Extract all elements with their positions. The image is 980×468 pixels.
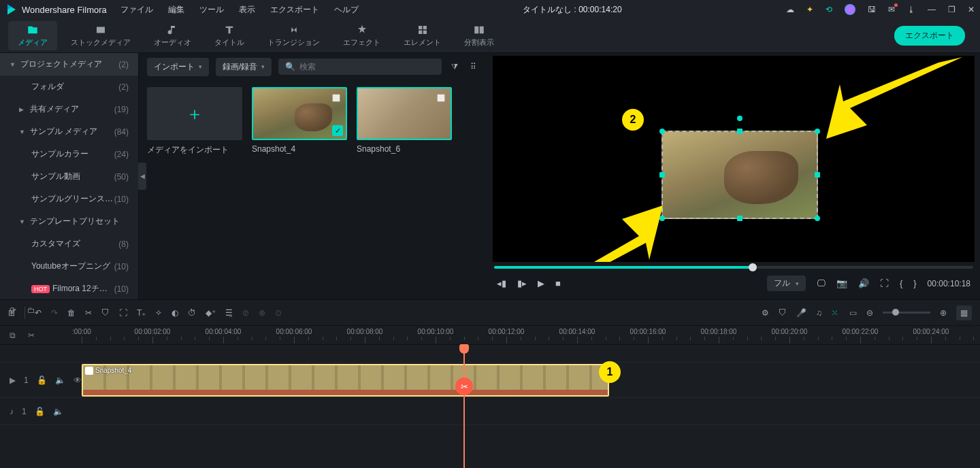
import-media-tile[interactable]: ＋ <box>147 87 242 140</box>
undo-icon[interactable]: ↶ <box>35 308 42 318</box>
grid-view-icon[interactable]: ⠿ <box>468 59 479 74</box>
resize-handle[interactable] <box>815 216 820 221</box>
timeline-ruler[interactable]: ⧉ ✂ :00:0000:00:02:0000:00:04:0000:00:06… <box>0 326 980 345</box>
ripple-icon[interactable]: ⧉ <box>10 331 16 340</box>
mic-icon[interactable]: 🎤 <box>796 308 806 318</box>
expand-icon[interactable]: ⛶ <box>880 278 889 288</box>
sidebar-item-template-preset[interactable]: ▼テンプレートプリセット <box>0 210 138 233</box>
avatar-icon[interactable] <box>845 4 855 15</box>
menu-view[interactable]: 表示 <box>239 4 255 16</box>
tab-elements[interactable]: エレメント <box>394 21 451 50</box>
resize-handle[interactable] <box>659 172 665 178</box>
preview-selected-clip[interactable] <box>662 131 818 219</box>
media-item-snapshot4[interactable]: ✓ <box>252 87 347 140</box>
music-icon[interactable]: ♫ <box>816 308 822 318</box>
range-icon[interactable]: ▭ <box>849 308 857 318</box>
marker-icon[interactable]: ⛌ <box>832 308 840 318</box>
mute-icon[interactable]: 🔈 <box>55 375 65 385</box>
menu-help[interactable]: ヘルプ <box>334 4 359 16</box>
resize-handle[interactable] <box>815 172 820 178</box>
cut-icon[interactable]: ✂ <box>85 308 92 318</box>
lock-icon[interactable]: 🔓 <box>35 407 45 416</box>
maximize-icon[interactable]: ❐ <box>948 5 956 14</box>
sidebar-item-youtube-opening[interactable]: Youtubeオープニング(10) <box>0 255 138 278</box>
resize-handle[interactable] <box>815 129 820 134</box>
cloud-icon[interactable]: ☁ <box>786 5 794 14</box>
media-item-snapshot6[interactable] <box>357 87 452 140</box>
filter-icon[interactable]: ⧩ <box>448 59 461 74</box>
adjust-icon[interactable]: ☰̤ <box>225 308 233 318</box>
tl-add-icon[interactable]: ⊞ <box>8 308 15 318</box>
play-icon[interactable]: ▶ <box>538 278 544 288</box>
zoom-in-icon[interactable]: ⊕ <box>940 308 947 318</box>
redo-icon[interactable]: ↷ <box>51 308 58 318</box>
preview-quality-select[interactable]: フル▾ <box>767 275 806 291</box>
video-track[interactable]: ▶1 🔓 🔈 👁 Snapshot_4 <box>0 363 980 398</box>
tab-media[interactable]: メディア <box>8 21 57 50</box>
keyframe-icon[interactable]: ◆⁺ <box>206 308 216 318</box>
menu-tools[interactable]: ツール <box>199 4 224 16</box>
sidebar-item-customize[interactable]: カスタマイズ(8) <box>0 233 138 255</box>
split-button[interactable]: ✂ <box>455 378 473 395</box>
headset-icon[interactable]: ⟲ <box>826 5 832 14</box>
mute-icon[interactable]: 🔈 <box>53 407 63 416</box>
tl-settings-icon[interactable]: ⚙ <box>762 308 769 318</box>
tab-split-view[interactable]: 分割表示 <box>455 21 504 50</box>
playhead[interactable]: ✂ <box>463 345 465 468</box>
snapshot-icon[interactable]: 📷 <box>836 278 847 288</box>
resize-handle[interactable] <box>737 129 742 134</box>
text-icon[interactable]: T₊ <box>137 308 146 318</box>
minimize-icon[interactable]: — <box>928 5 936 14</box>
lightbulb-icon[interactable]: ✦ <box>806 5 813 14</box>
tag-icon[interactable]: ⛉ <box>101 308 110 318</box>
close-icon[interactable]: ✕ <box>968 5 975 14</box>
import-dropdown[interactable]: インポート▾ <box>147 58 209 76</box>
sidebar-item-sample-media[interactable]: ▼サンプル メディア(84) <box>0 120 138 143</box>
rotate-handle[interactable] <box>737 116 742 121</box>
lock-icon[interactable]: 🔓 <box>37 375 47 385</box>
volume-icon[interactable]: 🔊 <box>858 278 869 288</box>
search-input[interactable]: 🔍 <box>278 58 442 75</box>
shield-icon[interactable]: ⛉ <box>779 308 787 318</box>
resize-handle[interactable] <box>737 216 742 221</box>
zoom-slider[interactable] <box>883 312 930 314</box>
delete-icon[interactable]: 🗑 <box>67 308 76 318</box>
mark-out-icon[interactable]: } <box>913 278 916 288</box>
sidebar-item-project-media[interactable]: ▼プロジェクトメディア(2) <box>0 53 138 76</box>
zoom-out-icon[interactable]: ⊖ <box>866 308 873 318</box>
save-icon[interactable]: 🖫 <box>868 5 876 14</box>
collapse-handle[interactable]: ◀ <box>138 163 146 190</box>
audio-track[interactable]: ♪1 🔓 🔈 <box>0 398 980 425</box>
tab-stock-media[interactable]: ストックメディア <box>61 21 140 50</box>
mail-icon[interactable]: ✉ <box>888 5 895 14</box>
next-frame-icon[interactable]: ▮▸ <box>517 278 527 288</box>
sidebar-item-shared-media[interactable]: ▶共有メディア(19) <box>0 98 138 120</box>
resize-handle[interactable] <box>659 129 665 134</box>
tl-more-icon[interactable]: ▦ <box>956 305 972 320</box>
record-dropdown[interactable]: 録画/録音 ▾ <box>216 58 272 76</box>
export-button[interactable]: エクスポート <box>894 26 965 46</box>
sidebar-item-sample-video[interactable]: サンプル動画(50) <box>0 165 138 188</box>
magic-icon[interactable]: ✧ <box>155 308 162 318</box>
preview-seekbar[interactable] <box>494 266 973 269</box>
sidebar-item-sample-greenscreen[interactable]: サンプルグリーンスクリ…(10) <box>0 188 138 210</box>
stop-icon[interactable]: ■ <box>555 278 561 288</box>
color-icon[interactable]: ◐ <box>172 308 178 318</box>
speed-icon[interactable]: ⏱ <box>188 308 196 318</box>
tab-transitions[interactable]: トランジション <box>258 21 329 50</box>
menu-edit[interactable]: 編集 <box>168 4 184 16</box>
prev-frame-icon[interactable]: ◂▮ <box>497 278 506 288</box>
tab-effects[interactable]: エフェクト <box>333 21 390 50</box>
tab-audio[interactable]: オーディオ <box>144 21 201 50</box>
mark-in-icon[interactable]: { <box>900 278 902 288</box>
display-icon[interactable]: 🖵 <box>817 278 826 288</box>
tab-titles[interactable]: タイトル <box>205 21 254 50</box>
razor-icon[interactable]: ✂ <box>28 331 35 340</box>
menu-export[interactable]: エクスポート <box>270 4 319 16</box>
crop-icon[interactable]: ⛶ <box>119 308 127 318</box>
menu-file[interactable]: ファイル <box>120 4 153 16</box>
download-icon[interactable]: ⭳ <box>907 5 915 14</box>
sidebar-item-folder[interactable]: フォルダ(2) <box>0 76 138 98</box>
sidebar-item-sample-color[interactable]: サンプルカラー(24) <box>0 143 138 165</box>
timeline-clip[interactable]: Snapshot_4 <box>82 364 609 397</box>
